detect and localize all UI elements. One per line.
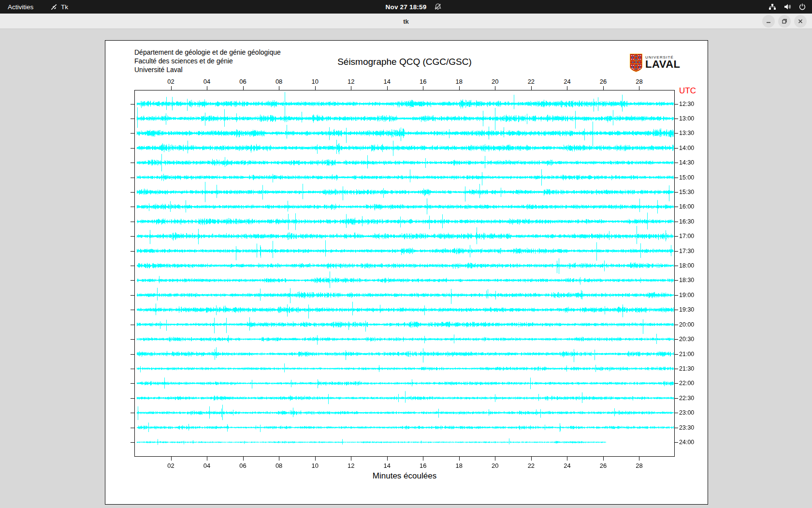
- time-label: 13:00: [679, 115, 694, 122]
- volume-icon: [783, 3, 791, 11]
- trace-tick: [130, 398, 134, 399]
- time-label: 15:30: [679, 189, 694, 195]
- trace-tick: [675, 163, 678, 163]
- trace-tick: [675, 236, 678, 237]
- trace-tick: [130, 295, 134, 296]
- x-tick: [315, 457, 316, 461]
- time-label: 20:30: [679, 336, 694, 343]
- x-tick-label: 20: [488, 78, 502, 85]
- x-tick: [495, 457, 495, 461]
- clock[interactable]: Nov 27 18:59: [0, 0, 812, 14]
- x-tick-label: 06: [236, 78, 250, 85]
- trace-tick: [130, 251, 134, 252]
- trace-tick: [675, 251, 678, 252]
- trace-tick: [130, 310, 134, 310]
- x-tick: [531, 457, 532, 461]
- x-tick: [567, 457, 567, 461]
- time-label: 18:30: [679, 277, 694, 284]
- x-tick-label: 16: [416, 78, 430, 85]
- x-tick: [603, 457, 604, 461]
- seismograph-canvas: Département de géologie et de génie géol…: [105, 40, 708, 505]
- trace-tick: [675, 133, 678, 134]
- close-icon[interactable]: [794, 15, 807, 28]
- x-tick-label: 08: [272, 78, 286, 85]
- window-titlebar[interactable]: tk: [0, 14, 812, 29]
- time-label: 12:30: [679, 101, 694, 107]
- x-tick-label: 10: [308, 78, 322, 85]
- x-tick-label: 16: [416, 462, 430, 469]
- time-label: 17:00: [679, 233, 694, 239]
- trace-tick: [130, 339, 134, 340]
- x-tick: [423, 86, 423, 90]
- x-tick-label: 12: [344, 462, 358, 469]
- time-label: 18:00: [679, 262, 694, 269]
- x-tick-label: 04: [200, 462, 214, 469]
- x-tick: [171, 86, 172, 90]
- maximize-button[interactable]: [778, 15, 791, 28]
- trace-tick: [130, 207, 134, 207]
- trace-tick: [130, 148, 134, 149]
- seismogram-traces: [135, 90, 675, 457]
- x-tick-label: 06: [236, 462, 250, 469]
- trace-tick: [675, 398, 678, 399]
- time-label: 17:30: [679, 248, 694, 254]
- trace-tick: [675, 325, 678, 325]
- x-tick: [279, 457, 279, 461]
- x-tick-label: 24: [560, 462, 574, 469]
- x-tick: [639, 86, 639, 90]
- system-status-area[interactable]: [768, 0, 806, 14]
- trace-tick: [675, 178, 678, 178]
- time-label: 23:00: [679, 409, 694, 416]
- time-label: 22:30: [679, 395, 694, 402]
- x-tick: [387, 86, 388, 90]
- laval-shield-icon: [630, 54, 642, 74]
- time-label: 19:00: [679, 292, 694, 299]
- trace-tick: [675, 192, 678, 193]
- trace-tick: [675, 354, 678, 355]
- time-label: 14:00: [679, 145, 694, 151]
- minimize-button[interactable]: [762, 15, 775, 28]
- x-tick-label: 28: [632, 462, 646, 469]
- trace-tick: [130, 266, 134, 266]
- trace-tick: [675, 280, 678, 281]
- trace-tick: [675, 207, 678, 207]
- x-tick-label: 08: [272, 462, 286, 469]
- x-tick: [279, 86, 279, 90]
- x-tick-label: 26: [596, 78, 610, 85]
- x-tick: [495, 86, 495, 90]
- notifications-muted-icon: [434, 2, 442, 11]
- window-title: tk: [0, 14, 812, 29]
- x-tick: [171, 457, 172, 461]
- x-tick-label: 12: [344, 78, 358, 85]
- trace-tick: [130, 442, 134, 443]
- trace-tick: [675, 222, 678, 222]
- trace-tick: [130, 383, 134, 384]
- x-tick: [387, 457, 388, 461]
- x-tick-label: 28: [632, 78, 646, 85]
- trace-tick: [130, 119, 134, 119]
- trace-tick: [675, 428, 678, 428]
- trace-tick: [675, 339, 678, 340]
- x-tick: [603, 86, 604, 90]
- x-tick: [315, 86, 316, 90]
- trace-tick: [130, 413, 134, 413]
- x-tick: [207, 457, 207, 461]
- trace-tick: [675, 310, 678, 310]
- time-label: 24:00: [679, 439, 694, 446]
- utc-axis-label: UTC: [679, 86, 696, 96]
- x-tick-label: 20: [488, 462, 502, 469]
- x-tick-label: 18: [452, 78, 466, 85]
- trace-tick: [675, 148, 678, 149]
- trace-tick: [675, 104, 678, 105]
- x-tick: [351, 86, 351, 90]
- trace-tick: [130, 163, 134, 163]
- trace-tick: [130, 133, 134, 134]
- x-tick: [639, 457, 639, 461]
- trace-tick: [675, 119, 678, 119]
- trace-tick: [130, 178, 134, 178]
- chart-title: Séismographe QCQ (CGC/GSC): [105, 57, 704, 67]
- x-tick-label: 22: [524, 462, 538, 469]
- x-tick-label: 22: [524, 78, 538, 85]
- trace-tick: [130, 354, 134, 355]
- x-tick-label: 26: [596, 462, 610, 469]
